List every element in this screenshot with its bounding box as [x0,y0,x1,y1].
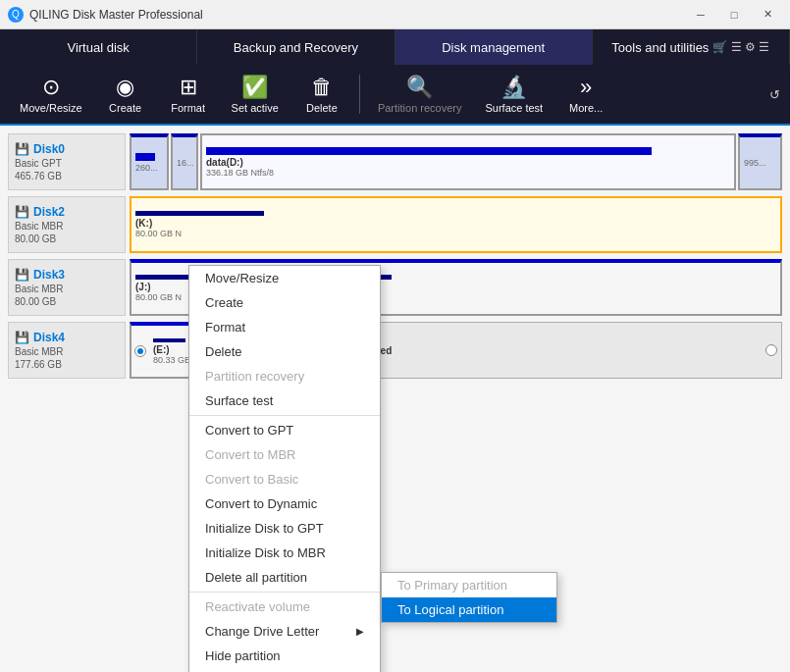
toolbar-more[interactable]: » More... [556,71,615,118]
menu-partition-recovery[interactable]: Partition recovery [189,364,380,388]
disk0-partition-4[interactable]: 995... [738,133,782,190]
menu-init-mbr[interactable]: Initialize Disk to MBR [189,541,380,565]
menu-delete[interactable]: Delete [189,339,380,364]
disk2-info: 💾 Disk2 Basic MBR 80.00 GB [8,196,126,253]
tab-disk-management[interactable]: Disk management [395,29,593,65]
tab-tools-utilities[interactable]: Tools and utilities 🛒 ☰ ⚙ ☰ [593,29,790,65]
submenu-to-primary[interactable]: To Primary partition [382,573,556,597]
disk0-disk-icon: 💾 [15,142,29,156]
disk4-row: 💾 Disk4 Basic MBR 177.66 GB (E:) 80.33 G… [8,322,782,379]
disk2-partitions: (K:) 80.00 GB N [130,196,782,253]
toolbar-surface-test-label: Surface test [485,102,543,114]
maximize-button[interactable]: □ [719,5,749,25]
menu-delete-all[interactable]: Delete all partition [189,565,380,590]
tab-virtual-disk[interactable]: Virtual disk [0,29,197,65]
tab-backup-recovery[interactable]: Backup and Recovery [197,29,395,65]
disk2-size: 80.00 GB [15,233,119,244]
mbr-submenu: To Primary partition To Logical partitio… [381,572,557,623]
disk4-info: 💾 Disk4 Basic MBR 177.66 GB [8,322,126,379]
disk2-type: Basic MBR [15,221,119,232]
disk2-disk-icon: 💾 [15,205,29,219]
disk2-row: 💾 Disk2 Basic MBR 80.00 GB (K:) 80.00 GB… [8,196,782,253]
undo-icon: ↺ [769,87,780,102]
disk0-partition-3[interactable]: data(D:) 336.18 GB Ntfs/8 [200,133,736,190]
disk4-disk-icon: 💾 [15,331,29,344]
disk4-type: Basic MBR [15,346,119,357]
toolbar-move-resize[interactable]: ⊙ Move/Resize [10,71,92,118]
disk0-row: 💾 Disk0 Basic GPT 465.76 GB 260... 16...… [8,133,782,190]
toolbar-create[interactable]: ◉ Create [96,71,155,118]
menu-create[interactable]: Create [189,290,380,315]
disk3-row: 💾 Disk3 Basic MBR 80.00 GB (J:) 80.00 GB… [8,259,782,316]
window-title: QILING Disk Master Professional [29,8,203,22]
disk0-partition-1[interactable]: 260... [130,133,169,190]
surface-test-icon: 🔬 [500,75,527,100]
toolbar-surface-test[interactable]: 🔬 Surface test [475,71,553,118]
title-bar: Q QILING Disk Master Professional ─ □ ✕ [0,0,790,29]
toolbar-format[interactable]: ⊞ Format [159,71,218,118]
create-icon: ◉ [116,75,134,100]
disk3-size: 80.00 GB [15,296,119,307]
menu-change-drive-arrow: ▶ [356,626,364,637]
disk2-partition-1[interactable]: (K:) 80.00 GB N [130,196,782,253]
menu-sep-2 [189,592,380,593]
context-menu: Move/Resize Create Format Delete Partiti… [188,265,381,672]
partition-recovery-icon: 🔍 [406,75,433,100]
menu-hide-partition[interactable]: Hide partition [189,644,380,668]
toolbar-partition-recovery-label: Partition recovery [378,102,462,114]
app-icon: Q [8,7,24,23]
disk2-p1-name: (K:) [135,218,776,229]
disk0-p3-sub: 336.18 GB Ntfs/8 [206,168,730,178]
tab-virtual-disk-label: Virtual disk [67,40,129,55]
toolbar-create-label: Create [109,102,141,114]
toolbar-set-active[interactable]: ✅ Set active [222,71,289,118]
tab-backup-recovery-label: Backup and Recovery [234,40,358,55]
set-active-icon: ✅ [241,75,268,100]
tab-disk-management-label: Disk management [442,40,545,55]
toolbar: ⊙ Move/Resize ◉ Create ⊞ Format ✅ Set ac… [0,65,790,126]
disk0-p1-label: 260... [135,163,163,173]
menu-sep-1 [189,415,380,416]
tab-tools-utilities-label: Tools and utilities [611,40,709,55]
disk0-info: 💾 Disk0 Basic GPT 465.76 GB [8,133,126,190]
menu-move-resize[interactable]: Move/Resize [189,266,380,290]
disk0-type: Basic GPT [15,158,119,169]
disk4-name: 💾 Disk4 [15,331,119,344]
toolbar-set-active-label: Set active [232,102,279,114]
submenu-to-logical[interactable]: To Logical partition [382,597,556,622]
toolbar-delete-label: Delete [306,102,338,114]
close-button[interactable]: ✕ [753,5,782,25]
toolbar-partition-recovery[interactable]: 🔍 Partition recovery [368,71,472,118]
disk3-name: 💾 Disk3 [15,268,119,282]
menu-convert-gpt[interactable]: Convert to GPT [189,418,380,442]
disk2-p1-sub: 80.00 GB N [135,229,776,238]
menu-convert-dynamic[interactable]: Convert to Dynamic [189,491,380,516]
disk4-size: 177.66 GB [15,359,119,370]
move-resize-icon: ⊙ [42,75,60,100]
menu-init-gpt[interactable]: Initialize Disk to GPT [189,516,380,541]
menu-convert-basic[interactable]: Convert to Basic [189,467,380,491]
disk0-size: 465.76 GB [15,171,119,181]
toolbar-right: ↺ [769,87,780,102]
menu-change-drive[interactable]: Change Drive Letter ▶ [189,619,380,644]
disk0-partitions: 260... 16... data(D:) 336.18 GB Ntfs/8 9… [130,133,782,190]
disk0-p2-label: 16... [177,158,192,168]
disk0-p3-name: data(D:) [206,157,730,168]
nav-tabs: Virtual disk Backup and Recovery Disk ma… [0,29,790,65]
disk2-name: 💾 Disk2 [15,205,119,219]
title-bar-left: Q QILING Disk Master Professional [8,7,203,23]
disk0-p4-label: 995... [744,158,776,168]
disk0-partition-2[interactable]: 16... [171,133,198,190]
menu-reactivate[interactable]: Reactivate volume [189,594,380,619]
format-icon: ⊞ [180,75,197,100]
minimize-button[interactable]: ─ [686,5,715,25]
toolbar-delete[interactable]: 🗑 Delete [292,71,351,118]
more-icon: » [580,75,592,100]
disk3-info: 💾 Disk3 Basic MBR 80.00 GB [8,259,126,316]
menu-format[interactable]: Format [189,315,380,339]
menu-show-partition[interactable]: Show partition [189,668,380,672]
menu-surface-test[interactable]: Surface test [189,388,380,413]
toolbar-format-label: Format [171,102,205,114]
menu-convert-mbr[interactable]: Convert to MBR [189,442,380,467]
toolbar-move-resize-label: Move/Resize [20,102,82,114]
